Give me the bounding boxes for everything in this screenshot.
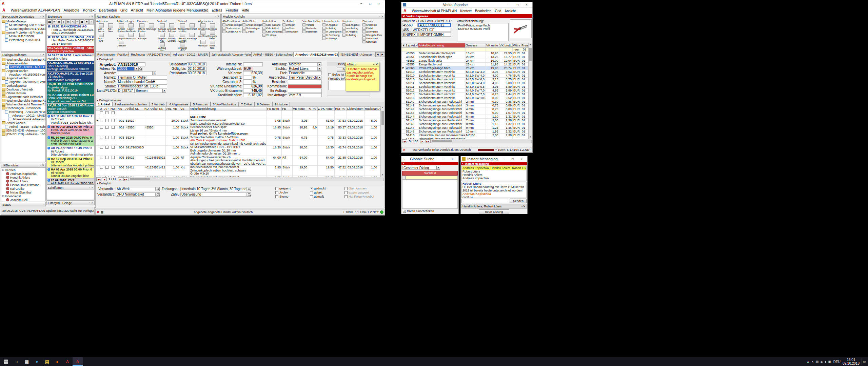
- shipping-terms-field[interactable]: Ab Werk .: [116, 187, 156, 191]
- row-checkbox[interactable]: [105, 136, 108, 139]
- checkbox-treffer-einfärben[interactable]: ✓Treffer einfärben: [403, 214, 457, 214]
- column-header[interactable]: Σ VK netto: [318, 107, 335, 111]
- horizontal-scrollbar[interactable]: [431, 140, 532, 143]
- column-header[interactable]: Artikel-Nr.: [125, 107, 144, 111]
- column-header[interactable]: 2▲ Art.-Nr.: [405, 43, 418, 48]
- notifications-button[interactable]: ▭: [862, 359, 867, 365]
- collapse-icon[interactable]: ▴: [97, 99, 98, 102]
- clerk-field[interactable]: Robert Lüers: [288, 67, 318, 71]
- tray-icon[interactable]: ▣: [828, 360, 831, 364]
- price-row[interactable]: 51147Sicherungsringe aus Federstahl9 mm1…: [402, 126, 528, 130]
- close-button[interactable]: ×: [522, 2, 531, 8]
- title-bar[interactable]: Instant Messaging −□×: [461, 156, 527, 162]
- collapse-icon[interactable]: ▾: [97, 182, 98, 185]
- doc-tab[interactable]: [EINSEHEN] - Adresse - 1...: [339, 52, 375, 57]
- price-row[interactable]: ▶45560Profil-Prägezange flach25 cm19,952…: [402, 66, 528, 70]
- pin-icon[interactable]: ▫: [379, 15, 380, 18]
- menu-hilfe[interactable]: Hilfe: [240, 8, 251, 13]
- tabs-scroll-right-button[interactable]: ▶: [380, 52, 385, 57]
- price-row[interactable]: 45556Zange flach-rund25 cm11,9514,22EUR0…: [402, 63, 528, 66]
- product-group-name-field[interactable]: WERKZEUGE: [412, 28, 451, 32]
- price-row[interactable]: 51141Sicherungsringe aus Federstahl3 mm0…: [402, 104, 528, 107]
- close-button[interactable]: ×: [517, 156, 526, 162]
- event-item[interactable]: RL 27 Jun 2018 10:00 Robert LüBerta Bank…: [47, 93, 94, 104]
- close-icon[interactable]: ✕: [217, 15, 219, 18]
- tree-item[interactable]: Muster-Belege: [1, 19, 45, 23]
- event-item[interactable]: AK,HA,KG,MS,RL 21 Sep 2018 1CeBIT-Meetin…: [47, 61, 94, 72]
- vertical-scrollbar[interactable]: ▲▼: [380, 106, 384, 177]
- user-group[interactable]: ⊟Vertrieb: [1, 168, 45, 172]
- row-checkbox[interactable]: [105, 156, 108, 159]
- tile-set-einfügen[interactable]: Set einfügen: [242, 27, 262, 30]
- positions-tab[interactable]: 6 Vor-/Nachsätze: [211, 102, 239, 107]
- tile-anfrage-suchen[interactable]: Anfrage Suchen: [157, 23, 167, 33]
- first-page-button[interactable]: ◀◀: [96, 177, 101, 181]
- tile-in-rechnung[interactable]: in Rechnung: [322, 34, 342, 37]
- price-row[interactable]: 51142Sicherungsringe aus Federstahl4 mm0…: [402, 107, 528, 111]
- row-checkbox[interactable]: [100, 156, 103, 159]
- tile-auftrag-suchen[interactable]: Auftrag Suchen: [167, 33, 176, 42]
- your-order-field[interactable]: [288, 89, 322, 93]
- price-row[interactable]: 51010Sechskantmuttern verzinktM 3,5 SW 6…: [402, 78, 528, 81]
- column-header[interactable]: Währ: [513, 43, 521, 48]
- checkbox-storno[interactable]: Storno: [275, 195, 307, 198]
- vertical-scrollbar[interactable]: ▲▼: [528, 43, 532, 139]
- doc-tab[interactable]: Jahresstatistik Adresse->Ware...: [210, 52, 251, 57]
- user-item[interactable]: Florian-Tale Ostmann: [1, 183, 45, 187]
- column-header[interactable]: PE: [282, 107, 293, 111]
- price-row[interactable]: 51148Sicherungsringe aus Federstahl10 mm…: [402, 130, 528, 134]
- tray-icon[interactable]: ▤: [815, 360, 818, 364]
- row-checkbox[interactable]: [100, 136, 103, 139]
- tile-lagerplätze[interactable]: Lagerplätze: [117, 33, 126, 40]
- tree-item[interactable]: Müller PJ1010008: [1, 34, 45, 38]
- manufacturer-field[interactable]: KNIPEX: [402, 33, 418, 37]
- column-header[interactable]: Lieferdatum: [347, 107, 364, 111]
- user-item[interactable]: Joachim Sell: [1, 198, 45, 201]
- positions-tab[interactable]: 2 Adressen/-anschriften: [112, 102, 149, 107]
- close-tab-icon[interactable]: ✕: [402, 162, 405, 165]
- event-item[interactable]: i20.09.2018: CVS:ALPHAPLAN Update 3850.3…: [47, 179, 94, 185]
- menu-extras[interactable]: Extras: [210, 8, 224, 13]
- minimize-button[interactable]: −: [499, 156, 508, 162]
- payment-terms-field[interactable]: Innerhalb 10 Tagen 3% Skonto, 30 Tage ne…: [180, 187, 247, 191]
- menu-kontext[interactable]: Kontext: [458, 9, 473, 13]
- checkbox-hat-folge-angebot[interactable]: Hat Folge-Angebot: [344, 195, 376, 198]
- checkbox-übernommen[interactable]: übernommen: [344, 187, 376, 190]
- menu-mein-alphaplan-eigene-me[interactable]: Mein Alphaplan (eigene Menupunkte): [145, 8, 210, 13]
- row-checkbox[interactable]: [112, 146, 115, 149]
- discount1-field[interactable]: [243, 76, 252, 80]
- tile-in-lieferschein[interactable]: in Lieferschein: [322, 30, 342, 33]
- your-inquiry-field[interactable]: vom 2.9.: [288, 93, 322, 97]
- close-button[interactable]: ×: [448, 156, 457, 162]
- commission-field[interactable]: [288, 84, 322, 88]
- filter-checkbox[interactable]: [100, 111, 103, 114]
- price-date-field[interactable]: 30.08.2018: [187, 71, 206, 75]
- event-item[interactable]: iAK 09 Apr 2018 00:00 Prio: 2Firma Meier…: [47, 125, 94, 136]
- horizontal-scrollbar[interactable]: [129, 178, 384, 181]
- tile-nachsatz[interactable]: Nachsatz: [302, 27, 322, 30]
- close-button[interactable]: ✕: [375, 63, 378, 66]
- event-item[interactable]: HA,RL 19 Jul 2018 10:30 RobertProjektana…: [47, 82, 94, 93]
- doc-tab[interactable]: Angebot - AN1810616 vom 03...×: [293, 52, 339, 57]
- salutation-field[interactable]: [117, 71, 152, 75]
- event-item[interactable]: ☎15:55, BANKEINZUG AGFrau G. Humboldt 06…: [47, 25, 94, 36]
- tile-kalk-dynamisch[interactable]: Kalk.'Dynamisch': [262, 30, 282, 33]
- tile-auftrag-neu[interactable]: Auftrag Neu: [157, 42, 167, 52]
- close-icon[interactable]: ✕: [97, 210, 99, 214]
- doc-tab[interactable]: Rechnungen - Positionen: [95, 52, 129, 57]
- tree-item[interactable]: Angebot - AN1810599 vom 11.07...: [1, 80, 45, 84]
- tree-item[interactable]: Artikel - 45550 - Seitenschneider f...: [1, 125, 45, 128]
- tree-item[interactable]: Wochenübersicht Termine RL:AK;HA: [1, 102, 45, 106]
- article-number-field[interactable]: 45560: [402, 23, 418, 27]
- country-field[interactable]: D: [117, 89, 122, 93]
- tile-paket[interactable]: Σ Paket: [242, 30, 262, 33]
- shipping-method-field[interactable]: DPD Normalpaket: [116, 192, 156, 197]
- column-header[interactable]: [96, 107, 99, 111]
- tile-notiz-neu[interactable]: Notiz Neu: [362, 40, 382, 43]
- tree-item[interactable]: meine Projekte mit Priorität: [1, 30, 45, 34]
- tree-item[interactable]: Musterauftrag AB1710662: [1, 23, 45, 27]
- search-address-button[interactable]: [138, 67, 142, 71]
- user-group[interactable]: ⊟Innendienst: [1, 194, 45, 198]
- row-checkbox[interactable]: [100, 119, 103, 122]
- tree-item[interactable]: [EINSEHEN] - Adresse - 10004 - BAN...: [1, 128, 45, 132]
